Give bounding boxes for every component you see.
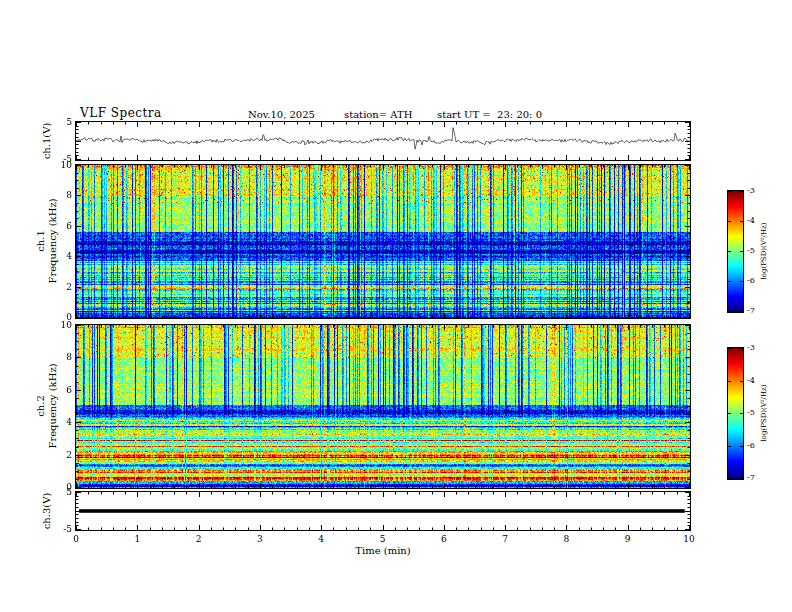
y-tick-label: 2 bbox=[37, 282, 72, 292]
x-tick-label: 2 bbox=[187, 534, 211, 544]
x-tick-label: 0 bbox=[64, 534, 88, 544]
x-tick-label: 10 bbox=[677, 534, 701, 544]
y-tick-label: 10 bbox=[37, 160, 72, 170]
colorbar-tick-label: -3 bbox=[747, 343, 765, 352]
ch1-waveform-panel bbox=[75, 121, 691, 161]
y-tick-label: 6 bbox=[37, 385, 72, 395]
ch1-waveform-canvas bbox=[76, 122, 690, 160]
y-tick-label: 2 bbox=[37, 450, 72, 460]
header-station: station= ATH bbox=[344, 109, 412, 120]
colorbar-tick-label: -4 bbox=[747, 376, 765, 385]
colorbar-tick-label: -5 bbox=[747, 408, 765, 417]
ch1-colorbar bbox=[727, 190, 744, 313]
y-tick-label: 6 bbox=[37, 221, 72, 231]
ch3-waveform-canvas bbox=[76, 492, 690, 530]
x-tick-label: 3 bbox=[248, 534, 272, 544]
ch2-colorbar bbox=[727, 347, 744, 480]
figure-title: VLF Spectra bbox=[80, 106, 162, 120]
x-tick-label: 7 bbox=[493, 534, 517, 544]
colorbar-tick-label: -3 bbox=[747, 186, 765, 195]
ch2-spectrogram-canvas bbox=[76, 325, 690, 488]
ch1-colorbar-canvas bbox=[728, 191, 743, 312]
y-tick-label: -5 bbox=[37, 524, 72, 534]
y-tick-label: 8 bbox=[37, 352, 72, 362]
x-tick-label: 1 bbox=[125, 534, 149, 544]
colorbar-tick-label: -7 bbox=[747, 306, 765, 315]
colorbar-tick-label: -6 bbox=[747, 441, 765, 450]
ch1-spectrogram-canvas bbox=[76, 165, 690, 318]
x-tick-label: 5 bbox=[371, 534, 395, 544]
header-date: Nov.10, 2025 bbox=[248, 109, 315, 120]
ch2-spectrogram-panel bbox=[75, 324, 691, 489]
ch2-frequency-axis-label: ch.2 Frequency (kHz) bbox=[35, 363, 58, 448]
colorbar-tick-label: -5 bbox=[747, 246, 765, 255]
x-tick-label: 8 bbox=[554, 534, 578, 544]
ch1-frequency-axis-label: ch.1 Frequency (kHz) bbox=[35, 198, 58, 283]
x-tick-label: 9 bbox=[616, 534, 640, 544]
x-tick-label: 4 bbox=[309, 534, 333, 544]
y-tick-label: 5 bbox=[37, 117, 72, 127]
x-tick-label: 6 bbox=[432, 534, 456, 544]
vlf-spectra-figure: VLF Spectra Nov.10, 2025 station= ATH st… bbox=[0, 0, 792, 612]
ch3-waveform-panel bbox=[75, 491, 691, 531]
ch1-spectrogram-panel bbox=[75, 164, 691, 319]
colorbar-tick-label: -6 bbox=[747, 276, 765, 285]
y-tick-label: 10 bbox=[37, 320, 72, 330]
colorbar-tick-label: -7 bbox=[747, 473, 765, 482]
colorbar-tick-label: -4 bbox=[747, 216, 765, 225]
ch2-colorbar-canvas bbox=[728, 348, 743, 479]
y-tick-label: 4 bbox=[37, 251, 72, 261]
header-start-ut: start UT = 23: 20: 0 bbox=[437, 109, 542, 120]
x-axis-label: Time (min) bbox=[343, 545, 423, 556]
y-tick-label: 5 bbox=[37, 487, 72, 497]
y-tick-label: 8 bbox=[37, 190, 72, 200]
y-tick-label: 4 bbox=[37, 417, 72, 427]
